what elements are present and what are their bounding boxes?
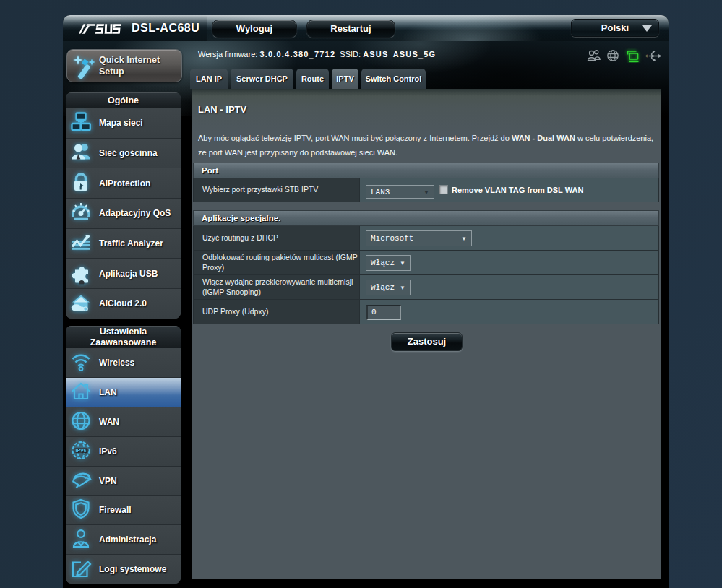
svg-text:IPv6: IPv6 <box>75 446 87 453</box>
